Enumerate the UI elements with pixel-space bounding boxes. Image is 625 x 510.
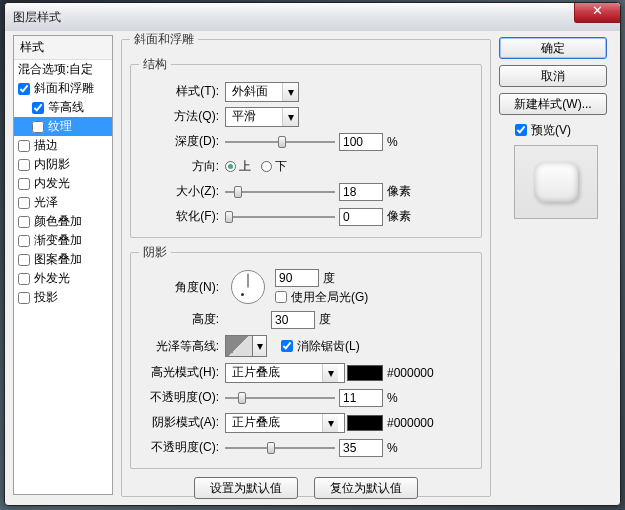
shadow-mode-value: 正片叠底 [226,414,322,431]
style-item-checkbox[interactable] [18,254,30,266]
style-item-checkbox[interactable] [18,216,30,228]
chevron-down-icon: ▾ [282,108,298,126]
style-item-checkbox[interactable] [18,83,30,95]
depth-input[interactable] [339,133,383,151]
styles-list: 样式 混合选项:自定 斜面和浮雕等高线纹理描边内阴影内发光光泽颜色叠加渐变叠加图… [13,35,113,495]
antialias-label: 消除锯齿(L) [297,338,360,355]
layer-style-dialog: 图层样式 ✕ 样式 混合选项:自定 斜面和浮雕等高线纹理描边内阴影内发光光泽颜色… [4,2,621,506]
style-item-纹理[interactable]: 纹理 [14,117,112,136]
highlight-opacity-slider[interactable] [225,391,335,405]
style-item-label: 颜色叠加 [34,213,82,230]
size-input[interactable] [339,183,383,201]
style-item-checkbox[interactable] [18,178,30,190]
ok-button[interactable]: 确定 [499,37,607,59]
preview-checkbox[interactable] [515,124,527,136]
style-item-label: 等高线 [48,99,84,116]
highlight-opacity-unit: % [387,391,398,405]
blend-options-row[interactable]: 混合选项:自定 [14,60,112,79]
method-label: 方法(Q): [139,108,225,125]
angle-unit: 度 [323,270,335,287]
global-light-label: 使用全局光(G) [291,289,368,306]
chevron-down-icon[interactable]: ▾ [253,335,267,357]
preview-shape [534,162,578,202]
structure-group: 结构 样式(T): 外斜面 ▾ 方法(Q): 平滑 ▾ 深度 [130,56,482,238]
preview-box [514,145,598,219]
style-item-等高线[interactable]: 等高线 [14,98,112,117]
highlight-opacity-input[interactable] [339,389,383,407]
method-combo[interactable]: 平滑 ▾ [225,107,299,127]
style-item-斜面和浮雕[interactable]: 斜面和浮雕 [14,79,112,98]
style-item-光泽[interactable]: 光泽 [14,193,112,212]
shadow-opacity-input[interactable] [339,439,383,457]
style-item-label: 内发光 [34,175,70,192]
gloss-contour-picker[interactable] [225,335,253,357]
cancel-button[interactable]: 取消 [499,65,607,87]
style-item-内阴影[interactable]: 内阴影 [14,155,112,174]
style-item-外发光[interactable]: 外发光 [14,269,112,288]
style-combo[interactable]: 外斜面 ▾ [225,82,299,102]
shadow-opacity-slider[interactable] [225,441,335,455]
method-combo-value: 平滑 [226,108,282,125]
style-item-checkbox[interactable] [18,140,30,152]
bevel-emboss-legend: 斜面和浮雕 [130,31,198,48]
highlight-opacity-label: 不透明度(O): [139,389,225,406]
shadow-mode-combo[interactable]: 正片叠底 ▾ [225,413,345,433]
titlebar[interactable]: 图层样式 ✕ [5,3,620,31]
direction-up-radio[interactable]: 上 [225,158,251,175]
style-item-内发光[interactable]: 内发光 [14,174,112,193]
style-item-渐变叠加[interactable]: 渐变叠加 [14,231,112,250]
angle-input[interactable] [275,269,319,287]
right-panel: 确定 取消 新建样式(W)... 预览(V) [499,37,613,219]
soften-input[interactable] [339,208,383,226]
antialias-checkbox[interactable] [281,340,293,352]
direction-label: 方向: [139,158,225,175]
altitude-label: 高度: [139,311,225,328]
depth-slider[interactable] [225,135,335,149]
style-item-checkbox[interactable] [18,159,30,171]
gloss-contour-label: 光泽等高线: [139,338,225,355]
structure-legend: 结构 [139,56,171,73]
soften-label: 软化(F): [139,208,225,225]
style-item-checkbox[interactable] [18,235,30,247]
style-combo-value: 外斜面 [226,83,282,100]
shadow-color-swatch[interactable] [347,415,383,431]
blend-options-label: 混合选项:自定 [18,61,93,78]
style-item-label: 光泽 [34,194,58,211]
highlight-mode-label: 高光模式(H): [139,364,225,381]
depth-label: 深度(D): [139,133,225,150]
close-button[interactable]: ✕ [574,3,620,23]
depth-unit: % [387,135,398,149]
style-item-checkbox[interactable] [32,102,44,114]
size-slider[interactable] [225,185,335,199]
direction-down-radio[interactable]: 下 [261,158,287,175]
style-item-描边[interactable]: 描边 [14,136,112,155]
style-item-checkbox[interactable] [18,197,30,209]
set-default-button[interactable]: 设置为默认值 [194,477,298,499]
style-item-label: 纹理 [48,118,72,135]
style-item-投影[interactable]: 投影 [14,288,112,307]
style-item-label: 内阴影 [34,156,70,173]
soften-unit: 像素 [387,208,411,225]
styles-header: 样式 [14,36,112,60]
angle-wheel[interactable] [231,270,265,304]
angle-label: 角度(N): [139,279,225,296]
style-item-图案叠加[interactable]: 图案叠加 [14,250,112,269]
style-item-颜色叠加[interactable]: 颜色叠加 [14,212,112,231]
reset-default-button[interactable]: 复位为默认值 [314,477,418,499]
new-style-button[interactable]: 新建样式(W)... [499,93,607,115]
highlight-color-swatch[interactable] [347,365,383,381]
chevron-down-icon: ▾ [282,83,298,101]
size-label: 大小(Z): [139,183,225,200]
highlight-mode-combo[interactable]: 正片叠底 ▾ [225,363,345,383]
style-item-checkbox[interactable] [18,292,30,304]
bevel-emboss-group: 斜面和浮雕 结构 样式(T): 外斜面 ▾ 方法(Q): 平滑 ▾ [121,31,491,497]
dialog-body: 样式 混合选项:自定 斜面和浮雕等高线纹理描边内阴影内发光光泽颜色叠加渐变叠加图… [5,31,620,505]
altitude-input[interactable] [271,311,315,329]
soften-slider[interactable] [225,210,335,224]
shadow-hex: #000000 [387,416,434,430]
global-light-checkbox[interactable] [275,291,287,303]
style-item-label: 外发光 [34,270,70,287]
style-item-checkbox[interactable] [32,121,44,133]
style-item-checkbox[interactable] [18,273,30,285]
style-item-label: 渐变叠加 [34,232,82,249]
